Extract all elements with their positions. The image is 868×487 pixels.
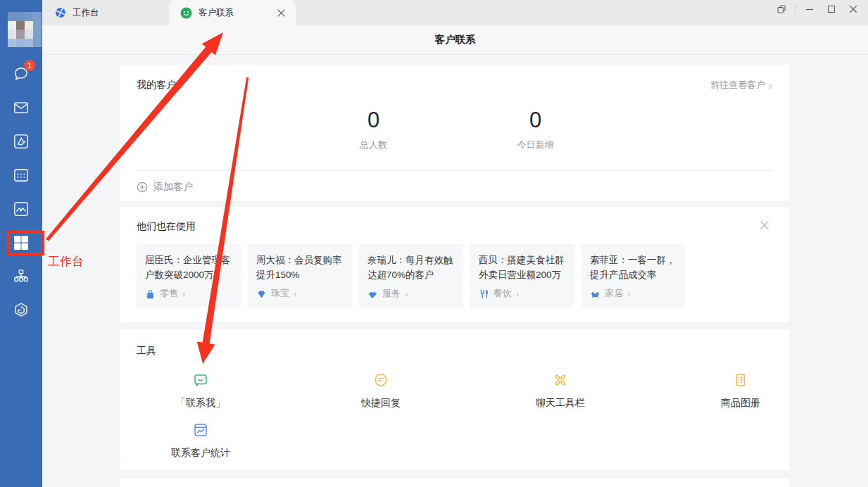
tools-grid: 「联系我」 快捷回复 <box>137 329 772 470</box>
stat-total-value: 0 <box>332 108 416 132</box>
page-title: 客户联系 <box>435 33 476 46</box>
customer-contact-tab-icon <box>180 7 192 19</box>
handshake-icon <box>367 289 378 299</box>
tab-workbench-label: 工作台 <box>73 7 99 19</box>
close-icon <box>849 5 857 13</box>
shopping-bag-icon <box>145 289 156 299</box>
tool-contact-me[interactable]: 「联系我」 <box>141 372 260 410</box>
chevron-right-icon: › <box>627 289 630 299</box>
recommendation-tile[interactable]: 屈臣氏：企业管理客户数突破2000万 零售 › <box>137 244 241 308</box>
sidebar-item-mail[interactable] <box>0 91 42 125</box>
recommendation-tile[interactable]: 西贝：搭建美食社群外卖日营业额200万 餐饮 › <box>470 244 574 308</box>
recommendation-tile[interactable]: 索菲亚：一客一群，提升产品成交率 家居 › <box>581 244 686 308</box>
sidebar-item-workbench[interactable] <box>0 226 42 260</box>
tab-workbench[interactable]: 工作台 <box>51 0 169 25</box>
tab-customer-contact-label: 客户联系 <box>199 7 234 19</box>
recommendations-card: 他们也在使用 屈臣氏：企业管理客户数突破2000万 零售 › <box>120 207 789 322</box>
stats-chart-icon <box>193 422 208 438</box>
recommendation-tile[interactable]: 奈瑞儿：每月有效触达超70%的客户 服务 › <box>359 244 463 308</box>
my-customers-title: 我的客户 <box>137 79 176 91</box>
view-customers-link[interactable]: 前往查看客户 › <box>710 79 772 91</box>
maximize-icon <box>827 5 836 13</box>
close-icon <box>277 9 285 17</box>
product-catalog-icon <box>733 372 748 388</box>
main-window: 工作台 客户联系 <box>42 0 868 487</box>
sidebar-nav: 1 <box>0 57 42 327</box>
my-customers-card: 我的客户 前往查看客户 › 0 总人数 0 今日新增 <box>120 65 789 201</box>
multi-window-button[interactable] <box>770 0 792 18</box>
sidebar-item-docs[interactable] <box>0 125 42 158</box>
dismiss-recommendations-button[interactable] <box>758 219 771 232</box>
card-divider <box>137 170 772 171</box>
org-chart-icon <box>12 267 30 286</box>
sidebar-item-calendar[interactable] <box>0 158 42 192</box>
tool-chat-toolbar[interactable]: 聊天工具栏 <box>501 372 620 410</box>
recommendations-title: 他们也在使用 <box>137 220 196 233</box>
tab-close-button[interactable] <box>275 6 287 19</box>
stat-new-today-label: 今日新增 <box>493 139 578 151</box>
quick-reply-icon <box>373 372 389 388</box>
tool-customer-stats[interactable]: 联系客户统计 <box>141 422 260 460</box>
utensils-icon <box>479 289 489 299</box>
contact-me-icon <box>193 372 208 388</box>
workbench-tab-icon <box>55 7 66 18</box>
window-controls-divider <box>795 4 795 14</box>
docs-icon <box>12 132 30 151</box>
customer-stats: 0 总人数 0 今日新增 <box>137 108 772 151</box>
unread-badge: 1 <box>24 60 35 71</box>
tab-bar: 工作台 客户联系 <box>42 0 868 25</box>
window-controls <box>770 0 864 18</box>
close-window-button[interactable] <box>842 0 864 18</box>
stat-new-today-value: 0 <box>493 108 578 132</box>
minimize-icon <box>805 5 814 13</box>
page-header: 客户联系 <box>42 25 868 55</box>
user-avatar[interactable] <box>8 12 42 47</box>
calendar-icon <box>12 166 30 184</box>
recommendation-tiles: 屈臣氏：企业管理客户数突破2000万 零售 › 周大福：会员复购率提升150% <box>137 244 772 308</box>
gallery-icon <box>12 200 30 218</box>
overlapping-windows-icon <box>776 4 786 14</box>
sidebar-item-meetings[interactable] <box>0 192 42 226</box>
chevron-right-icon: › <box>294 289 296 299</box>
sofa-icon <box>590 289 600 299</box>
recommendation-tile[interactable]: 周大福：会员复购率提升150% 珠宝 › <box>248 244 352 308</box>
chevron-right-icon: › <box>769 80 772 91</box>
maximize-button[interactable] <box>820 0 842 18</box>
chevron-right-icon: › <box>182 289 185 299</box>
sidebar: 1 <box>0 0 42 487</box>
tool-product-catalog[interactable]: 商品图册 <box>681 372 800 410</box>
close-icon <box>760 220 769 230</box>
hexagon-app-icon <box>12 301 30 320</box>
tool-quick-reply[interactable]: 快捷回复 <box>321 372 441 410</box>
chevron-right-icon: › <box>516 289 519 299</box>
sidebar-item-contacts[interactable] <box>0 260 42 293</box>
chevron-right-icon: › <box>405 289 408 299</box>
diamond-icon <box>256 289 267 299</box>
tab-customer-contact[interactable]: 客户联系 <box>169 0 296 25</box>
add-customer-button[interactable]: 添加客户 <box>137 181 193 194</box>
sidebar-item-apps[interactable] <box>0 293 42 327</box>
stat-total-label: 总人数 <box>332 139 416 151</box>
sidebar-item-messages[interactable]: 1 <box>0 57 42 91</box>
stat-new-today: 0 今日新增 <box>493 108 578 151</box>
mail-icon <box>12 99 30 117</box>
minimize-button[interactable] <box>798 0 820 18</box>
content-area: 我的客户 前往查看客户 › 0 总人数 0 今日新增 <box>42 55 868 487</box>
workbench-grid-icon <box>12 234 30 252</box>
tools-card: 工具 「联系我」 <box>120 329 789 470</box>
plus-circle-icon <box>137 182 148 193</box>
next-section-card <box>120 479 789 487</box>
chat-toolbar-icon <box>553 372 568 388</box>
stat-total: 0 总人数 <box>332 108 416 151</box>
